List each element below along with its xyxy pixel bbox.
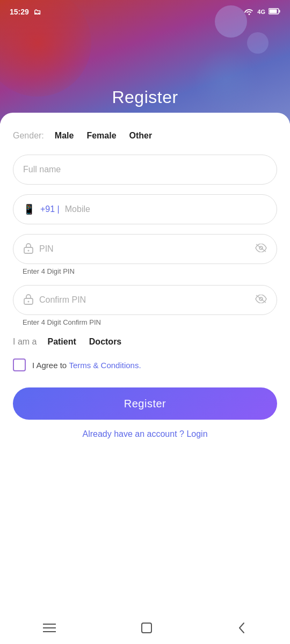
terms-link[interactable]: Terms & Conditions.	[69, 361, 141, 370]
role-doctors[interactable]: Doctors	[89, 337, 121, 347]
terms-checkbox[interactable]	[13, 358, 26, 371]
confirm-pin-wrapper	[13, 285, 277, 315]
home-icon[interactable]	[141, 623, 152, 636]
role-options: Patient Doctors	[47, 337, 121, 347]
gender-other[interactable]: Other	[129, 129, 153, 143]
pin-input[interactable]	[39, 244, 250, 254]
lock-icon	[23, 242, 34, 257]
login-link[interactable]: Already have an account ? Login	[82, 429, 207, 438]
gender-male[interactable]: Male	[55, 129, 74, 143]
pin-wrapper	[13, 234, 277, 264]
login-link-row: Already have an account ? Login	[13, 429, 277, 439]
gender-female[interactable]: Female	[86, 129, 116, 143]
terms-text: I Agree to Terms & Conditions.	[32, 361, 141, 370]
pin-group: Enter 4 Digit PIN	[13, 234, 277, 275]
confirm-lock-icon	[23, 293, 34, 308]
status-right: 4G	[244, 8, 280, 17]
fullname-wrapper	[13, 155, 277, 185]
role-row: I am a Patient Doctors	[13, 337, 277, 347]
terms-row: I Agree to Terms & Conditions.	[13, 358, 277, 371]
menu-icon[interactable]	[43, 623, 56, 635]
gender-label: Gender:	[13, 131, 44, 141]
battery-icon	[269, 8, 280, 16]
time: 15:29	[10, 8, 29, 16]
mobile-input[interactable]	[65, 204, 267, 214]
confirm-pin-input[interactable]	[39, 295, 250, 305]
back-icon[interactable]	[237, 622, 247, 636]
svg-point-4	[28, 250, 30, 251]
status-left: 15:29 🗂	[10, 8, 41, 16]
phone-prefix: +91 |	[40, 204, 60, 214]
teams-icon: 🗂	[33, 8, 41, 16]
status-bar: 15:29 🗂 4G	[0, 0, 290, 24]
fullname-input[interactable]	[23, 165, 267, 174]
confirm-pin-group: Enter 4 Digit Confirm PIN	[13, 285, 277, 326]
signal-bars: 4G	[257, 9, 265, 15]
main-card: Gender: Male Female Other 📱 +91 |	[0, 113, 290, 623]
mobile-group: 📱 +91 |	[13, 194, 277, 224]
pin-eye-icon[interactable]	[255, 244, 267, 255]
pin-hint: Enter 4 Digit PIN	[23, 267, 277, 275]
phone-icon: 📱	[23, 203, 35, 215]
gender-row: Gender: Male Female Other	[13, 129, 277, 143]
role-patient[interactable]: Patient	[47, 337, 76, 347]
confirm-pin-hint: Enter 4 Digit Confirm PIN	[23, 318, 277, 326]
confirm-pin-eye-icon[interactable]	[255, 295, 267, 306]
hero-section: 15:29 🗂 4G Register	[0, 0, 290, 123]
register-button[interactable]: Register	[13, 387, 277, 420]
svg-rect-14	[142, 623, 151, 633]
svg-rect-2	[270, 9, 277, 13]
role-label: I am a	[13, 337, 37, 347]
wifi-icon	[244, 8, 254, 17]
page-title: Register	[112, 87, 178, 107]
svg-rect-1	[279, 10, 280, 12]
gender-options: Male Female Other	[55, 129, 152, 143]
fullname-group	[13, 155, 277, 185]
mobile-wrapper: 📱 +91 |	[13, 194, 277, 224]
svg-point-8	[28, 301, 30, 302]
